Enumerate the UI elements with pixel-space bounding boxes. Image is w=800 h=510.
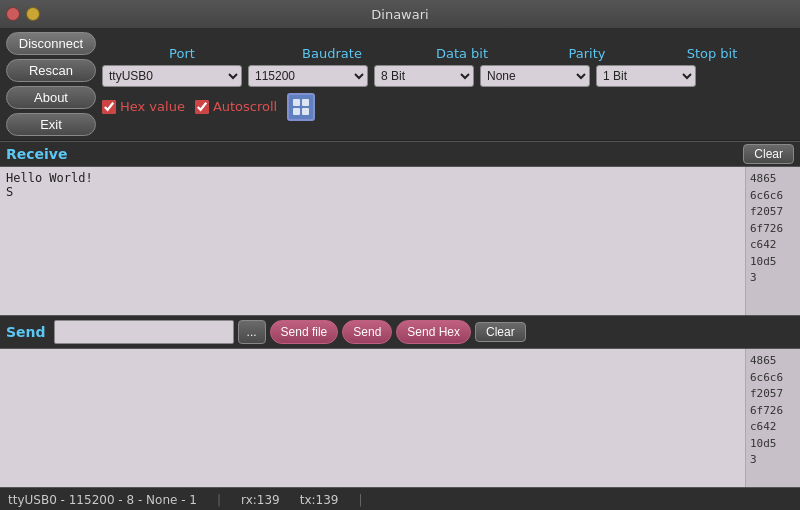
rescan-button[interactable]: Rescan: [6, 59, 96, 82]
statusbar: ttyUSB0 - 115200 - 8 - None - 1 | rx:139…: [0, 487, 800, 510]
port-header: Port: [102, 46, 262, 61]
send-area: 4865 6c6c6 f2057 6f726 c642 10d5 3: [0, 349, 800, 487]
send-button[interactable]: Send: [342, 320, 392, 344]
svg-rect-3: [302, 108, 309, 115]
receive-area: Hello World! S 4865 6c6c6 f2057 6f726 c6…: [0, 167, 800, 315]
send-text: [0, 349, 745, 487]
hex-line: 6f726: [750, 221, 796, 238]
hex-value-check[interactable]: Hex value: [102, 99, 185, 114]
parity-select[interactable]: None: [480, 65, 590, 87]
hex-line: c642: [750, 419, 796, 436]
hex-value-checkbox[interactable]: [102, 100, 116, 114]
svg-rect-0: [293, 99, 300, 106]
expand-icon[interactable]: [287, 93, 315, 121]
stopbit-header: Stop bit: [652, 46, 772, 61]
baudrate-select[interactable]: 115200: [248, 65, 368, 87]
send-input[interactable]: [54, 320, 234, 344]
stopbit-select[interactable]: 1 Bit: [596, 65, 696, 87]
baudrate-header: Baudrate: [262, 46, 402, 61]
connection-controls: Port Baudrate Data bit Parity Stop bit t…: [102, 46, 794, 123]
status-sep1: |: [217, 493, 221, 507]
hex-line: 4865: [750, 171, 796, 188]
autoscroll-checkbox[interactable]: [195, 100, 209, 114]
status-sep2: |: [358, 493, 362, 507]
hex-line: 6c6c6: [750, 188, 796, 205]
autoscroll-check[interactable]: Autoscroll: [195, 99, 277, 114]
receive-text: Hello World! S: [0, 167, 745, 315]
toolbar: Disconnect Rescan About Exit Port Baudra…: [0, 28, 800, 141]
receive-clear-button[interactable]: Clear: [743, 144, 794, 164]
exit-button[interactable]: Exit: [6, 113, 96, 136]
selects-row: ttyUSB0 115200 8 Bit None 1 Bit: [102, 65, 794, 87]
checkboxes-row: Hex value Autoscroll: [102, 91, 794, 123]
hex-line: 3: [750, 270, 796, 287]
hex-line: 6c6c6: [750, 370, 796, 387]
hex-line: 4865: [750, 353, 796, 370]
minimize-button[interactable]: [26, 7, 40, 21]
status-connection: ttyUSB0 - 115200 - 8 - None - 1: [8, 493, 197, 507]
autoscroll-label: Autoscroll: [213, 99, 277, 114]
send-controls: Send ... Send file Send Send Hex Clear: [0, 315, 800, 349]
svg-rect-2: [293, 108, 300, 115]
disconnect-button[interactable]: Disconnect: [6, 32, 96, 55]
status-rx: rx:139: [241, 493, 280, 507]
receive-header: Receive Clear: [0, 141, 800, 167]
close-button[interactable]: [6, 7, 20, 21]
hex-line: c642: [750, 237, 796, 254]
receive-label: Receive: [6, 146, 68, 162]
hex-line: 10d5: [750, 254, 796, 271]
send-label: Send: [6, 324, 46, 340]
about-button[interactable]: About: [6, 86, 96, 109]
hex-value-label: Hex value: [120, 99, 185, 114]
hex-line: 3: [750, 452, 796, 469]
send-hex-sidebar: 4865 6c6c6 f2057 6f726 c642 10d5 3: [745, 349, 800, 487]
send-hex-button[interactable]: Send Hex: [396, 320, 471, 344]
hex-line: f2057: [750, 204, 796, 221]
databit-select[interactable]: 8 Bit: [374, 65, 474, 87]
svg-rect-1: [302, 99, 309, 106]
hex-line: 6f726: [750, 403, 796, 420]
column-headers: Port Baudrate Data bit Parity Stop bit: [102, 46, 794, 61]
send-file-button[interactable]: Send file: [270, 320, 339, 344]
hex-line: 10d5: [750, 436, 796, 453]
window-controls: [6, 7, 40, 21]
hex-line: f2057: [750, 386, 796, 403]
browse-button[interactable]: ...: [238, 320, 266, 344]
titlebar: Dinawari: [0, 0, 800, 28]
databit-header: Data bit: [402, 46, 522, 61]
receive-hex-sidebar: 4865 6c6c6 f2057 6f726 c642 10d5 3: [745, 167, 800, 315]
window-title: Dinawari: [371, 7, 428, 22]
send-clear-button[interactable]: Clear: [475, 322, 526, 342]
status-tx: tx:139: [300, 493, 339, 507]
port-select[interactable]: ttyUSB0: [102, 65, 242, 87]
left-buttons: Disconnect Rescan About Exit: [6, 32, 96, 136]
parity-header: Parity: [522, 46, 652, 61]
